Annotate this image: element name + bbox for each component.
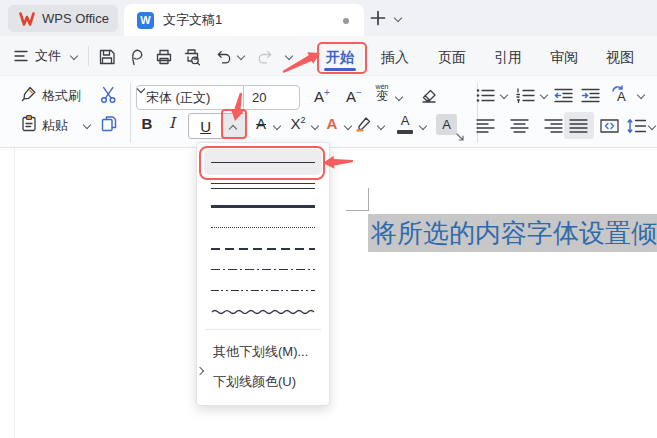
tab-list-chevron-icon[interactable] [394, 15, 403, 22]
bullet-list-chevron-icon[interactable] [500, 92, 509, 99]
tab-page[interactable]: 页面 [434, 47, 470, 67]
thick-line [211, 205, 315, 208]
font-name-select[interactable]: 宋体 (正文) [137, 86, 228, 109]
align-right-icon[interactable] [544, 119, 564, 133]
font-color-chevron-icon[interactable] [419, 123, 428, 130]
italic-button[interactable]: I [162, 114, 182, 132]
increase-indent-icon[interactable] [581, 88, 601, 103]
tab-review[interactable]: 审阅 [546, 47, 582, 67]
bullet-list-icon[interactable] [476, 88, 496, 103]
superscript-letter: X [290, 115, 300, 132]
underline-style-dash-dot[interactable] [197, 259, 329, 280]
underline-style-double[interactable] [197, 175, 329, 196]
group-divider [130, 83, 131, 143]
menu-item-underline-color[interactable]: 下划线颜色(U) [197, 367, 329, 397]
tab-reference[interactable]: 引用 [490, 47, 526, 67]
document-text: 将所选的内容字体设置倾 [368, 214, 657, 252]
double-line [211, 183, 315, 189]
selected-text-highlight[interactable]: 将所选的内容字体设置倾 [368, 214, 657, 252]
underline-style-wavy[interactable] [197, 301, 329, 322]
underline-style-dash-dot-dot[interactable] [197, 280, 329, 301]
undo-icon[interactable] [214, 47, 234, 67]
document-tab-title: 文字文稿1 [163, 11, 222, 29]
wps-office-button[interactable]: WPS Office [8, 5, 118, 32]
font-name-chevron-icon[interactable] [228, 94, 237, 101]
underline-dropdown-menu: 其他下划线(M)... 下划线颜色(U) [196, 142, 330, 406]
dash-dot-line [211, 269, 315, 271]
font-size-chevron-icon[interactable] [285, 94, 294, 101]
underline-style-solid[interactable] [204, 149, 322, 175]
superscript-exp: 2 [301, 115, 306, 125]
cut-icon[interactable] [99, 85, 118, 104]
underline-style-thick[interactable] [197, 196, 329, 217]
redo-icon[interactable] [255, 47, 275, 67]
decrease-indent-icon[interactable] [554, 88, 574, 103]
numbered-list-chevron-icon[interactable] [540, 92, 549, 99]
shrink-font-minus: − [356, 87, 362, 98]
titlebar: WPS Office W 文字文稿1 [0, 0, 657, 36]
highlight-chevron-icon[interactable] [377, 123, 386, 130]
distribute-text-icon[interactable] [600, 119, 620, 133]
paste-chevron-icon[interactable] [83, 122, 92, 129]
tab-insert[interactable]: 插入 [377, 47, 413, 67]
document-tab[interactable]: W 文字文稿1 [124, 4, 364, 36]
underline-style-dotted[interactable] [197, 217, 329, 238]
grow-font-button[interactable]: A+ [310, 87, 334, 105]
font-color-button[interactable]: A [394, 113, 416, 139]
more-underlines-label: 其他下划线(M)... [213, 343, 308, 361]
line-spacing-icon[interactable] [627, 118, 647, 134]
new-tab-button[interactable] [370, 10, 386, 26]
pinyin-guide-button[interactable]: wén 变 [372, 83, 392, 102]
text-direction-chevron-icon[interactable] [637, 92, 646, 99]
clear-format-eraser-icon[interactable] [420, 86, 438, 104]
tab-view[interactable]: 视图 [602, 47, 638, 67]
print-preview-icon[interactable] [182, 47, 202, 67]
bold-button[interactable]: B [136, 115, 158, 132]
save-icon[interactable] [97, 47, 117, 67]
tab-home[interactable]: 开始 [322, 47, 358, 67]
char-shading-button[interactable]: A [436, 114, 457, 135]
align-left-icon[interactable] [476, 119, 496, 133]
file-menu-chevron-icon[interactable] [70, 53, 79, 60]
copy-icon[interactable] [99, 114, 118, 133]
font-dialog-launcher-icon[interactable] [456, 133, 465, 142]
superscript-button[interactable]: X2 [285, 115, 311, 132]
format-painter-button[interactable]: 格式刷 [42, 87, 81, 105]
pinyin-char: 变 [372, 90, 392, 102]
pinyin-chevron-icon[interactable] [395, 94, 404, 101]
page-left-edge [14, 148, 15, 438]
dashed-line [211, 248, 315, 250]
justify-button-active[interactable] [564, 112, 594, 139]
hamburger-menu-icon[interactable] [14, 50, 28, 62]
wps-logo-icon [19, 12, 35, 26]
numbered-list-icon[interactable] [516, 88, 536, 103]
underline-dropdown-button[interactable] [222, 114, 245, 138]
underline-split-button: U [188, 113, 246, 139]
paste-button[interactable]: 粘贴 [42, 117, 68, 135]
line-spacing-chevron-icon[interactable] [648, 123, 657, 130]
text-direction-button[interactable]: A [612, 85, 634, 105]
align-center-icon[interactable] [510, 119, 530, 133]
text-effects-chevron-icon[interactable] [344, 123, 353, 130]
justify-icon [569, 119, 589, 133]
highlight-color-icon[interactable] [354, 114, 374, 134]
shrink-font-button[interactable]: A− [342, 87, 366, 105]
quick-toolbar-chevron-icon[interactable] [285, 53, 294, 60]
strikethrough-button[interactable]: A [250, 115, 272, 132]
font-size-select[interactable]: 20 [244, 86, 285, 109]
undo-chevron-icon[interactable] [237, 53, 246, 60]
export-pdf-icon[interactable] [126, 47, 146, 67]
file-menu[interactable]: 文件 [35, 47, 61, 65]
menu-divider [205, 329, 321, 330]
menu-item-more-underlines[interactable]: 其他下划线(M)... [197, 337, 329, 367]
strikethrough-chevron-icon[interactable] [273, 123, 282, 130]
superscript-chevron-icon[interactable] [311, 123, 320, 130]
text-effects-button[interactable]: A [322, 115, 342, 132]
grow-font-letter: A [314, 88, 324, 105]
unsaved-changes-dot [343, 18, 349, 24]
underline-button[interactable]: U [189, 114, 222, 138]
underline-style-dashed[interactable] [197, 238, 329, 259]
plus-icon [370, 10, 386, 26]
dash-dot-dot-line [211, 290, 315, 292]
print-icon[interactable] [154, 47, 174, 67]
